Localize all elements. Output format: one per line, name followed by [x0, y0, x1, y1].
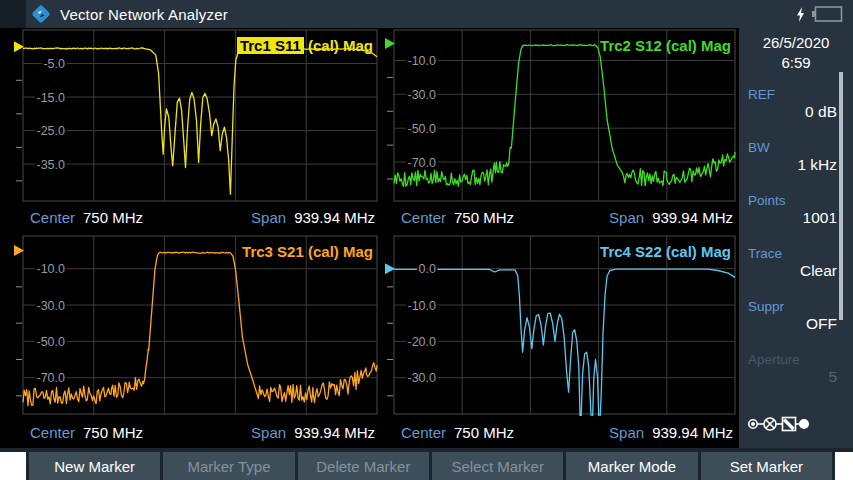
sidebar-parameter-list: REF0 dBBW1 kHzPoints1001TraceClearSupprO… [739, 87, 853, 386]
y-axis-tick-label: -50.0 [37, 335, 66, 349]
trace-name: Trc4 S22 [600, 243, 662, 260]
freq-readout-strip: Center750 MHzSpan939.94 MHz [384, 203, 739, 231]
y-axis-tick-label: -30.0 [408, 371, 437, 385]
trace-label-trc4-s22[interactable]: Trc4 S22 (cal) Mag [600, 243, 731, 260]
plot-trc1-s11[interactable]: -5.0-15.0-25.0-35.0Trc1 S11 (cal) MagCen… [0, 28, 381, 231]
menu-button-set-marker[interactable]: Set Marker [701, 452, 832, 480]
menu-button-marker-type[interactable]: Marker Type [163, 452, 294, 480]
trace-format: (cal) Mag [662, 37, 731, 54]
y-axis-tick-label: -50.0 [408, 122, 437, 136]
center-label: Center [401, 424, 446, 441]
param-value: 5 [748, 368, 837, 386]
plot-grid: -5.0-15.0-25.0-35.0Trc1 S11 (cal) MagCen… [0, 28, 739, 448]
param-label: BW [748, 140, 837, 155]
span-label: Span [251, 209, 286, 226]
sidebar-param-suppr: SupprOFF [748, 299, 837, 333]
span-value: 939.94 MHz [652, 209, 733, 226]
y-axis-tick-label: -5.0 [43, 57, 65, 71]
vna-screen: Vector Network Analyzer -5.0-15.0-25.0-3… [0, 0, 853, 480]
param-value: 0 dB [748, 103, 837, 121]
span-value: 939.94 MHz [652, 424, 733, 441]
plot-trc2-s12[interactable]: -10.0-30.0-50.0-70.0Trc2 S12 (cal) MagCe… [384, 28, 739, 231]
param-value: 1 kHz [748, 156, 837, 174]
plot-canvas-trc2-s12: -10.0-30.0-50.0-70.0 [384, 28, 739, 203]
y-axis-tick-label: -70.0 [408, 156, 437, 170]
center-label: Center [30, 209, 75, 226]
softkey-menu-bar: New MarkerMarker TypeDelete MarkerSelect… [0, 448, 853, 480]
plot-canvas-trc3-s21: -10.0-30.0-50.0-70.0 [0, 234, 381, 416]
center-value: 750 MHz [83, 209, 143, 226]
trace-format: (cal) Mag [662, 243, 731, 260]
span-value: 939.94 MHz [294, 424, 375, 441]
y-axis-tick-label: -15.0 [37, 91, 66, 105]
y-axis-tick-label: -10.0 [408, 299, 437, 313]
sidebar-param-trace: TraceClear [748, 246, 837, 280]
plot-canvas-trc4-s22: 0.0-10.0-20.0-30.0 [384, 234, 739, 416]
sidebar-param-aperture: Aperture5 [748, 352, 837, 386]
ac-power-icon [794, 6, 807, 23]
status-icons [794, 5, 843, 23]
port-configuration-icon [747, 413, 809, 439]
trace-label-trc3-s21[interactable]: Trc3 S21 (cal) Mag [242, 243, 373, 260]
span-label: Span [609, 209, 644, 226]
center-value: 750 MHz [454, 424, 514, 441]
trace-label-trc1-s11[interactable]: Trc1 S11 (cal) Mag [237, 37, 373, 54]
y-axis-tick-label: -70.0 [37, 371, 66, 385]
y-axis-tick-label: 0.0 [419, 262, 436, 276]
time-display: 6:59 [739, 54, 853, 71]
parameter-sidebar: 26/5/2020 6:59 REF0 dBBW1 kHzPoints1001T… [739, 28, 853, 448]
center-label: Center [401, 209, 446, 226]
freq-readout-strip: Center750 MHzSpan939.94 MHz [384, 416, 739, 448]
plot-canvas-trc1-s11: -5.0-15.0-25.0-35.0 [0, 28, 381, 203]
center-value: 750 MHz [83, 424, 143, 441]
trace-format: (cal) Mag [304, 37, 373, 54]
y-axis-tick-label: -10.0 [408, 54, 437, 68]
span-label: Span [251, 424, 286, 441]
sidebar-param-bw: BW1 kHz [748, 140, 837, 174]
date-display: 26/5/2020 [739, 34, 853, 51]
param-value: 1001 [748, 209, 837, 227]
menu-button-marker-mode[interactable]: Marker Mode [566, 452, 697, 480]
menubar-left-corner [0, 452, 26, 480]
trace-format: (cal) Mag [304, 243, 373, 260]
span-value: 939.94 MHz [294, 209, 375, 226]
menu-button-select-marker[interactable]: Select Marker [432, 452, 563, 480]
span-label: Span [609, 424, 644, 441]
titlebar-left-block [0, 0, 26, 28]
y-axis-tick-label: -20.0 [408, 335, 437, 349]
plot-trc4-s22[interactable]: 0.0-10.0-20.0-30.0Trc4 S22 (cal) MagCent… [384, 234, 739, 448]
center-label: Center [30, 424, 75, 441]
plot-trc3-s21[interactable]: -10.0-30.0-50.0-70.0Trc3 S21 (cal) MagCe… [0, 234, 381, 448]
y-axis-tick-label: -10.0 [37, 262, 66, 276]
trace-name: Trc3 S21 [242, 243, 304, 260]
center-value: 750 MHz [454, 209, 514, 226]
trace-label-trc2-s12[interactable]: Trc2 S12 (cal) Mag [600, 37, 731, 54]
sidebar-param-ref: REF0 dB [748, 87, 837, 121]
y-axis-tick-label: -30.0 [408, 88, 437, 102]
battery-icon [811, 5, 843, 23]
rohde-schwarz-logo-icon [30, 3, 52, 25]
main-area: -5.0-15.0-25.0-35.0Trc1 S11 (cal) MagCen… [0, 28, 853, 448]
menu-button-delete-marker[interactable]: Delete Marker [298, 452, 429, 480]
freq-readout-strip: Center750 MHzSpan939.94 MHz [0, 203, 381, 231]
sidebar-param-points: Points1001 [748, 193, 837, 227]
param-label: REF [748, 87, 837, 102]
param-label: Trace [748, 246, 837, 261]
trace-name: Trc1 S11 [237, 37, 304, 54]
param-label: Aperture [748, 352, 837, 367]
param-label: Points [748, 193, 837, 208]
freq-readout-strip: Center750 MHzSpan939.94 MHz [0, 416, 381, 448]
app-title: Vector Network Analyzer [60, 6, 228, 23]
softkey-buttons: New MarkerMarker TypeDelete MarkerSelect… [29, 452, 832, 480]
param-value: Clear [748, 262, 837, 280]
param-value: OFF [748, 315, 837, 333]
y-axis-tick-label: -35.0 [37, 158, 66, 172]
param-label: Suppr [748, 299, 837, 314]
menubar-right-corner [835, 452, 853, 480]
sidebar-scrollbar[interactable] [839, 72, 843, 320]
y-axis-tick-label: -30.0 [37, 299, 66, 313]
y-axis-tick-label: -25.0 [37, 124, 66, 138]
title-bar: Vector Network Analyzer [0, 0, 853, 28]
trace-name: Trc2 S12 [600, 37, 662, 54]
menu-button-new-marker[interactable]: New Marker [29, 452, 160, 480]
